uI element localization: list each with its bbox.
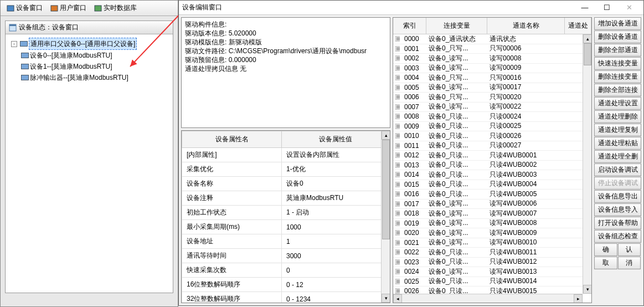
action-button[interactable]: 设备组态检查: [594, 230, 641, 243]
channel-row[interactable]: 0017设备0_读写...读写4WUB0006: [393, 199, 583, 209]
channel-row[interactable]: 0015设备0_只读...只读4WUB0004: [393, 180, 583, 190]
prop-value[interactable]: 3000: [282, 249, 390, 263]
action-button[interactable]: 打开设备帮助: [594, 217, 641, 229]
channel-row[interactable]: 0006设备0_只写...只写00020: [393, 93, 583, 103]
minimize-button[interactable]: —: [574, 1, 596, 14]
scroll-thumb[interactable]: [382, 140, 390, 239]
col-index[interactable]: 索引: [393, 18, 426, 34]
channel-row[interactable]: 0026设备0_只读...只读4WUB0015: [393, 286, 583, 294]
row-icon: [393, 230, 402, 236]
tree-node[interactable]: 脉冲输出器--[莫迪康ModbusRTU]: [8, 72, 171, 83]
action-button[interactable]: 通道处理设置: [594, 97, 641, 110]
action-button[interactable]: 启动设备调试: [594, 163, 641, 176]
property-row[interactable]: 16位整数解码顺序0 - 12: [182, 278, 390, 292]
grid-vscrollbar[interactable]: ▴ ▾: [583, 34, 591, 294]
channel-row[interactable]: 0016设备0_只读...只读4WUB0005: [393, 190, 583, 199]
grid-hscrollbar[interactable]: ◂ ▸: [393, 294, 583, 303]
channel-row[interactable]: 0005设备0_读写...读写00017: [393, 83, 583, 93]
maximize-button[interactable]: ☐: [596, 1, 618, 14]
scroll-down-icon[interactable]: ▾: [583, 285, 591, 294]
channel-row[interactable]: 0025设备0_只读...只读4WUB0014: [393, 277, 583, 287]
tree-expander[interactable]: -: [11, 41, 17, 47]
action-button[interactable]: 快速连接变量: [594, 57, 641, 70]
cancel-button[interactable]: 取: [594, 257, 617, 269]
channel-row[interactable]: 0024设备0_读写...读写4WUB0013: [393, 267, 583, 277]
prop-header-value[interactable]: 设备属性值: [282, 131, 390, 148]
prop-value[interactable]: 1 - 启动: [282, 206, 390, 220]
channel-row[interactable]: 0011设备0_只读...只读00027: [393, 141, 583, 151]
channel-row[interactable]: 0019设备0_读写...读写4WUB0008: [393, 219, 583, 229]
prop-value[interactable]: 0 - 1234: [282, 292, 390, 304]
channel-row[interactable]: 0012设备0_只读...只读4WUB0001: [393, 151, 583, 161]
action-button[interactable]: 通道处理删除: [594, 110, 641, 123]
prop-value[interactable]: 莫迪康ModbusRTU: [282, 191, 390, 206]
channel-row[interactable]: 0021设备0_读写...读写4WUB0010: [393, 238, 583, 248]
property-row[interactable]: 最小采集周期(ms)1000: [182, 220, 390, 234]
property-row[interactable]: 快速采集次数0: [182, 263, 390, 278]
property-row[interactable]: 采集优化1-优化: [182, 162, 390, 177]
channel-row[interactable]: 0022设备0_只读...只读4WUB0011: [393, 248, 583, 258]
prop-header-name[interactable]: 设备属性名: [182, 131, 282, 148]
channel-row[interactable]: 0000设备0_通讯状态通讯状态: [393, 34, 583, 44]
channel-row[interactable]: 0004设备0_只写...只写00016: [393, 73, 583, 83]
ok-button-2[interactable]: 认: [618, 243, 641, 256]
channel-row[interactable]: 0003设备0_读写...读写00009: [393, 64, 583, 74]
action-button[interactable]: 通道处理全删: [594, 150, 641, 163]
prop-value[interactable]: 1-优化: [282, 162, 390, 177]
action-button[interactable]: 增加设备通道: [594, 17, 641, 30]
tree-node[interactable]: - 通用串口父设备0--[通用串口父设备]: [8, 38, 171, 50]
property-row[interactable]: 设备名称设备0: [182, 177, 390, 191]
property-row[interactable]: 通讯等待时间3000: [182, 249, 390, 263]
device-icon: [21, 75, 29, 80]
action-button[interactable]: 通道处理复制: [594, 124, 641, 136]
channel-row[interactable]: 0001设备0_只写...只写00006: [393, 44, 583, 54]
action-button[interactable]: 删除全部连接: [594, 84, 641, 96]
channel-row[interactable]: 0010设备0_只读...只读00026: [393, 131, 583, 141]
action-button[interactable]: 删除设备通道: [594, 30, 641, 43]
channel-row[interactable]: 0007设备0_读写...读写00022: [393, 103, 583, 112]
scroll-up-icon[interactable]: ▴: [583, 34, 591, 43]
toolbar-btn-2[interactable]: 实时数据库: [90, 2, 141, 14]
property-row[interactable]: 设备地址1: [182, 234, 390, 249]
scroll-right-icon[interactable]: ▸: [574, 294, 583, 303]
prop-value[interactable]: 0 - 12: [282, 278, 390, 292]
property-row[interactable]: [内部属性]设置设备内部属性: [182, 148, 390, 162]
action-button[interactable]: 设备信息导入: [594, 203, 641, 216]
scroll-thumb[interactable]: [584, 43, 591, 65]
channel-row[interactable]: 0013设备0_只读...只读4WUB0002: [393, 161, 583, 171]
action-button[interactable]: 删除连接变量: [594, 70, 641, 83]
scroll-left-icon[interactable]: ◂: [393, 294, 402, 303]
dialog-titlebar[interactable]: 设备编辑窗口 — ☐ ✕: [179, 1, 643, 15]
prop-scrollbar[interactable]: ▴ ▾: [381, 131, 390, 303]
close-button[interactable]: ✕: [618, 1, 640, 14]
scroll-up-icon[interactable]: ▴: [382, 131, 390, 140]
property-row[interactable]: 初始工作状态1 - 启动: [182, 206, 390, 220]
channel-row[interactable]: 0009设备0_只读...只读00025: [393, 122, 583, 132]
tree-node[interactable]: 设备1--[莫迪康ModbusRTU]: [8, 61, 171, 72]
tree-node[interactable]: 设备0--[莫迪康ModbusRTU]: [8, 50, 171, 61]
property-row[interactable]: 32位整数解码顺序0 - 1234: [182, 292, 390, 304]
col-variable[interactable]: 连接变量: [426, 18, 487, 34]
toolbar-btn-1[interactable]: 用户窗口: [47, 2, 90, 14]
action-button[interactable]: 设备信息导出: [594, 190, 641, 203]
scroll-down-icon[interactable]: ▾: [382, 294, 390, 303]
action-button[interactable]: 通道处理粘贴: [594, 137, 641, 150]
col-channel[interactable]: 通道名称: [487, 18, 565, 34]
channel-row[interactable]: 0018设备0_读写...读写4WUB0007: [393, 209, 583, 219]
channel-row[interactable]: 0002设备0_读写...读写00008: [393, 54, 583, 64]
channel-row[interactable]: 0014设备0_只读...只读4WUB0003: [393, 170, 583, 180]
channel-row[interactable]: 0008设备0_只读...只读00024: [393, 112, 583, 122]
channel-row[interactable]: 0020设备0_读写...读写4WUB0009: [393, 228, 583, 238]
prop-value[interactable]: 1: [282, 234, 390, 249]
prop-value[interactable]: 设备0: [282, 177, 390, 191]
property-row[interactable]: 设备注释莫迪康ModbusRTU: [182, 191, 390, 206]
toolbar-btn-0[interactable]: 设备窗口: [3, 2, 47, 14]
action-button[interactable]: 删除全部通道: [594, 44, 641, 57]
channel-row[interactable]: 0023设备0_只读...只读4WUB0012: [393, 258, 583, 268]
prop-value[interactable]: 1000: [282, 220, 390, 234]
prop-value[interactable]: 0: [282, 263, 390, 278]
col-process[interactable]: 通道处: [565, 18, 591, 34]
prop-value[interactable]: 设置设备内部属性: [282, 148, 390, 162]
ok-button[interactable]: 确: [594, 243, 617, 256]
cancel-button-2[interactable]: 消: [618, 257, 641, 269]
